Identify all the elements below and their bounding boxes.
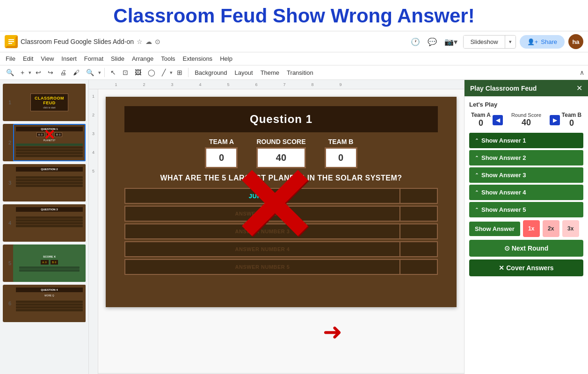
answer-row-1: JUPITER <box>124 188 438 204</box>
slide-thumb-1[interactable]: 1 CLASSROOMFEUD click to start <box>3 84 86 121</box>
panel-header: Play Classroom Feud ✕ <box>465 80 588 96</box>
answer-row-5: ANSWER NUMBER 5 <box>124 259 438 275</box>
svg-rect-1 <box>8 39 14 40</box>
slide-image-2[interactable]: QUESTION 1 A: 0 40 B: 0 PLANETS? ✕ <box>13 124 86 161</box>
shapes-icon[interactable]: ◯ <box>145 67 158 78</box>
folder-icon[interactable]: ⊙ <box>155 38 160 45</box>
show-answer-3-btn[interactable]: ⌃ Show Answer 3 <box>469 167 583 183</box>
slide-thumb-5[interactable]: 5 SCORE X A: 0 B: 0 <box>3 245 86 282</box>
menu-tools[interactable]: Tools <box>161 53 175 64</box>
page-title: Classroom Feud Show Wrong Answer! <box>0 0 588 31</box>
paint-format-icon[interactable]: 🖌 <box>71 67 82 78</box>
show-answer-1-btn[interactable]: ⌃ Show Answer 1 <box>469 133 583 148</box>
avatar[interactable]: ha <box>568 34 583 49</box>
lets-play-label: Let's Play <box>469 101 583 108</box>
slide-question-title: Question 1 <box>124 106 438 132</box>
panel-team-b-score: 0 <box>560 118 583 128</box>
answer-row-4: ANSWER NUMBER 4 <box>124 241 438 257</box>
panel-round-score: 40 <box>503 118 550 128</box>
nav-menu: File Edit View Insert Format Slide Arran… <box>0 52 588 65</box>
menu-insert[interactable]: Insert <box>61 53 77 64</box>
doc-title: Classroom Feud Google Slides Add-on <box>21 38 134 45</box>
slide-image-1[interactable]: CLASSROOMFEUD click to start <box>13 84 86 121</box>
doc-title-area: Classroom Feud Google Slides Add-on ☆ ☁ … <box>21 38 406 45</box>
chevron-icon: ⌃ <box>475 138 479 143</box>
image-icon[interactable]: 🖼 <box>132 67 144 78</box>
zoom-level[interactable]: 🔍 <box>84 67 96 78</box>
cover-answers-btn[interactable]: ✕ Cover Answers <box>469 259 583 276</box>
present-icon[interactable]: 📷▾ <box>443 36 459 48</box>
answer-row-2: ANSWER NUMBER 2 <box>124 206 438 222</box>
comment-icon[interactable]: 💬 <box>426 36 439 48</box>
panel-close-button[interactable]: ✕ <box>576 84 582 93</box>
slide-image-4[interactable]: QUESTION 3 <box>13 204 86 242</box>
slide-thumb-6[interactable]: 6 QUESTION 4 MORE Q <box>3 285 86 322</box>
menu-extensions[interactable]: Extensions <box>183 53 213 64</box>
panel-team-b-label: Team B <box>560 112 583 118</box>
svg-rect-3 <box>8 43 12 44</box>
star-icon[interactable]: ☆ <box>137 38 143 45</box>
slideshow-label[interactable]: Slideshow <box>464 36 505 48</box>
transition-btn[interactable]: Transition <box>284 68 316 78</box>
next-round-btn[interactable]: ⊙ Next Round <box>469 240 583 257</box>
text-box-icon[interactable]: ⊡ <box>120 67 131 78</box>
slide-thumb-4[interactable]: 4 QUESTION 3 <box>3 204 86 242</box>
undo-icon[interactable]: ↩ <box>33 67 44 78</box>
multiplier-3x-btn[interactable]: 3x <box>562 220 579 237</box>
share-label: Share <box>541 38 557 45</box>
toolbar: 🔍 + ▾ ↩ ↪ 🖨 🖌 🔍 ▾ ↖ ⊡ 🖼 ◯ ╱ ▾ ⊞ Backgrou… <box>0 65 588 80</box>
app-icon <box>5 35 18 48</box>
show-answer-5-btn[interactable]: ⌃ Show Answer 5 <box>469 202 583 217</box>
main-slide: Question 1 TEAM A 0 ROUND SCORE 40 <box>106 97 457 307</box>
slide-image-6[interactable]: QUESTION 4 MORE Q <box>13 285 86 322</box>
theme-btn[interactable]: Theme <box>258 68 282 78</box>
show-answer-row: Show Answer 1x 2x 3x <box>469 220 583 237</box>
show-answer-4-btn[interactable]: ⌃ Show Answer 4 <box>469 185 583 200</box>
history-icon[interactable]: 🕐 <box>409 36 422 48</box>
share-button[interactable]: 👤+ Share <box>520 35 565 49</box>
answer-row-3: ANSWER NUMBER 3 <box>124 223 438 239</box>
slide-thumb-3[interactable]: 3 QUESTION 2 <box>3 164 86 201</box>
svg-rect-2 <box>8 41 14 42</box>
menu-file[interactable]: File <box>6 53 15 64</box>
menu-format[interactable]: Format <box>84 53 103 64</box>
collapse-toolbar-btn[interactable]: ∧ <box>580 69 584 76</box>
slide-thumb-2[interactable]: 2 QUESTION 1 A: 0 40 B: 0 PLANETS? <box>3 124 86 161</box>
panel-right-arrow-btn[interactable]: ▶ <box>550 115 560 125</box>
show-answer-btn[interactable]: Show Answer <box>469 222 520 236</box>
multiplier-1x-btn[interactable]: 1x <box>523 220 540 237</box>
question-text: What Are The 5 Largest Planets In The So… <box>106 168 457 188</box>
menu-edit[interactable]: Edit <box>23 53 33 64</box>
multiplier-2x-btn[interactable]: 2x <box>543 220 559 237</box>
panel-left-arrow-btn[interactable]: ◀ <box>493 115 503 125</box>
panel-round-label: Round Score <box>503 112 550 118</box>
panel-team-a-label: Team A <box>469 112 493 118</box>
chevron-icon: ⌃ <box>475 207 479 212</box>
panel-body: Let's Play Team A 0 ◀ Round Score 40 ▶ T… <box>465 96 588 374</box>
horizontal-ruler: 1 2 3 4 5 6 7 8 9 <box>89 80 464 89</box>
show-answer-2-btn[interactable]: ⌃ Show Answer 2 <box>469 150 583 165</box>
print-icon[interactable]: 🖨 <box>58 67 69 78</box>
menu-arrange[interactable]: Arrange <box>132 53 153 64</box>
menu-help[interactable]: Help <box>220 53 232 64</box>
answers-area: JUPITER ANSWER NUMBER 2 ANSWER NUMBER 3 <box>106 188 457 275</box>
layout-btn[interactable]: Layout <box>232 68 256 78</box>
slide-image-3[interactable]: QUESTION 2 <box>13 164 86 201</box>
background-btn[interactable]: Background <box>192 68 230 78</box>
multiplier-row: 1x 2x 3x <box>523 220 579 237</box>
cursor-icon[interactable]: ↖ <box>108 67 118 78</box>
chevron-icon: ⌃ <box>475 155 479 160</box>
slideshow-btn[interactable]: Slideshow ▾ <box>463 35 515 49</box>
menu-slide[interactable]: Slide <box>111 53 124 64</box>
connector-icon[interactable]: ⊞ <box>174 67 185 78</box>
panel-title: Play Classroom Feud <box>470 85 537 92</box>
redo-icon[interactable]: ↪ <box>45 67 56 78</box>
slide-image-5[interactable]: SCORE X A: 0 B: 0 <box>13 245 86 282</box>
menu-view[interactable]: View <box>41 53 54 64</box>
cloud-icon[interactable]: ☁ <box>145 38 152 45</box>
zoom-icon[interactable]: 🔍 <box>4 67 16 78</box>
panel-team-a-score: 0 <box>469 118 493 128</box>
add-icon[interactable]: + <box>18 67 27 78</box>
line-icon[interactable]: ╱ <box>160 67 168 78</box>
slideshow-chevron-icon[interactable]: ▾ <box>505 36 515 48</box>
